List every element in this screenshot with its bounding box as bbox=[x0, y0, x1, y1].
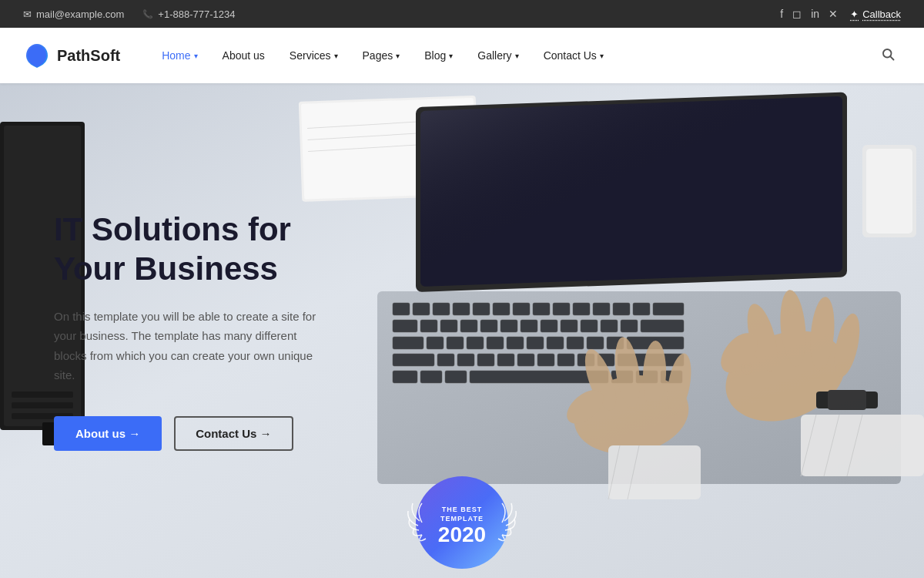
svg-rect-33 bbox=[460, 320, 477, 332]
topbar-right: f ◻ in ✕ ✦ Callback bbox=[780, 8, 901, 20]
svg-rect-28 bbox=[633, 303, 650, 315]
svg-rect-57 bbox=[457, 354, 474, 366]
svg-rect-20 bbox=[473, 303, 490, 315]
svg-rect-61 bbox=[537, 354, 554, 366]
svg-rect-39 bbox=[581, 320, 598, 332]
svg-rect-34 bbox=[480, 320, 497, 332]
svg-rect-25 bbox=[573, 303, 590, 315]
svg-rect-47 bbox=[487, 337, 504, 349]
svg-rect-29 bbox=[653, 303, 684, 315]
contact-dropdown-icon: ▾ bbox=[600, 52, 604, 60]
svg-rect-62 bbox=[557, 354, 574, 366]
main-nav: Home ▾ About us Services ▾ Pages ▾ Blog … bbox=[151, 43, 875, 68]
nav-contact[interactable]: Contact Us ▾ bbox=[533, 43, 614, 68]
topbar: mail@example.com +1-888-777-1234 f ◻ in … bbox=[0, 0, 924, 28]
topbar-contact-info: mail@example.com +1-888-777-1234 bbox=[23, 8, 235, 20]
callback-button[interactable]: ✦ Callback bbox=[850, 8, 901, 20]
facebook-icon[interactable]: f bbox=[780, 8, 783, 20]
svg-rect-35 bbox=[500, 320, 517, 332]
about-us-button[interactable]: About us → bbox=[54, 416, 162, 451]
svg-rect-36 bbox=[521, 320, 537, 332]
home-dropdown-icon: ▾ bbox=[194, 52, 198, 60]
svg-rect-46 bbox=[467, 337, 484, 349]
hero-section: THE BEST TEMPLATE 2020 IT Solutions for … bbox=[0, 83, 924, 578]
svg-rect-45 bbox=[447, 337, 464, 349]
svg-rect-37 bbox=[541, 320, 557, 332]
callback-icon: ✦ bbox=[850, 8, 859, 20]
nav-gallery[interactable]: Gallery ▾ bbox=[467, 43, 529, 68]
nav-blog[interactable]: Blog ▾ bbox=[413, 43, 464, 68]
nav-pages[interactable]: Pages ▾ bbox=[352, 43, 411, 68]
svg-rect-68 bbox=[445, 371, 467, 383]
svg-rect-52 bbox=[587, 337, 604, 349]
svg-rect-26 bbox=[593, 303, 610, 315]
logo[interactable]: PathSoft bbox=[23, 42, 120, 69]
svg-rect-41 bbox=[621, 320, 638, 332]
email-contact: mail@example.com bbox=[23, 8, 124, 20]
svg-rect-42 bbox=[641, 320, 684, 332]
svg-text:THE BEST: THE BEST bbox=[442, 506, 483, 513]
phone-icon bbox=[142, 9, 153, 19]
svg-rect-23 bbox=[533, 303, 550, 315]
hero-title: IT Solutions for Your Business bbox=[54, 210, 400, 288]
email-text: mail@example.com bbox=[36, 8, 124, 20]
social-icons: f ◻ in ✕ bbox=[780, 8, 838, 20]
phone-contact: +1-888-777-1234 bbox=[142, 8, 235, 20]
pages-dropdown-icon: ▾ bbox=[396, 52, 400, 60]
svg-rect-58 bbox=[477, 354, 494, 366]
instagram-icon[interactable]: ◻ bbox=[792, 8, 802, 20]
phone-text: +1-888-777-1234 bbox=[158, 8, 235, 20]
svg-rect-22 bbox=[513, 303, 530, 315]
twitter-icon[interactable]: ✕ bbox=[829, 8, 838, 20]
svg-rect-48 bbox=[507, 337, 524, 349]
linkedin-icon[interactable]: in bbox=[811, 8, 819, 20]
header: PathSoft Home ▾ About us Services ▾ Page… bbox=[0, 28, 924, 83]
callback-label: Callback bbox=[862, 8, 901, 20]
logo-icon bbox=[23, 42, 51, 69]
svg-rect-40 bbox=[601, 320, 618, 332]
svg-rect-21 bbox=[493, 303, 510, 315]
svg-rect-38 bbox=[561, 320, 578, 332]
hero-content: IT Solutions for Your Business On this t… bbox=[0, 83, 447, 578]
svg-rect-24 bbox=[553, 303, 570, 315]
svg-rect-75 bbox=[420, 96, 842, 287]
svg-rect-27 bbox=[613, 303, 630, 315]
nav-home[interactable]: Home ▾ bbox=[151, 43, 208, 68]
svg-line-1 bbox=[890, 56, 893, 59]
nav-services[interactable]: Services ▾ bbox=[279, 43, 349, 68]
logo-text: PathSoft bbox=[57, 47, 120, 65]
svg-rect-60 bbox=[517, 354, 534, 366]
contact-us-button[interactable]: Contact Us → bbox=[174, 416, 293, 451]
svg-rect-84 bbox=[801, 415, 924, 476]
email-icon bbox=[23, 8, 32, 20]
blog-dropdown-icon: ▾ bbox=[449, 52, 453, 60]
svg-rect-83 bbox=[828, 390, 866, 410]
svg-rect-99 bbox=[866, 149, 912, 234]
svg-rect-59 bbox=[497, 354, 514, 366]
search-button[interactable] bbox=[875, 41, 901, 71]
svg-text:TEMPLATE: TEMPLATE bbox=[440, 515, 484, 523]
hero-buttons: About us → Contact Us → bbox=[54, 416, 400, 451]
svg-rect-50 bbox=[547, 337, 564, 349]
svg-rect-95 bbox=[608, 445, 701, 499]
services-dropdown-icon: ▾ bbox=[334, 52, 338, 60]
svg-rect-51 bbox=[567, 337, 584, 349]
svg-rect-19 bbox=[453, 303, 470, 315]
svg-rect-49 bbox=[527, 337, 544, 349]
nav-about[interactable]: About us bbox=[212, 43, 276, 68]
hero-subtitle: On this template you will be able to cre… bbox=[54, 307, 331, 385]
gallery-dropdown-icon: ▾ bbox=[515, 52, 519, 60]
